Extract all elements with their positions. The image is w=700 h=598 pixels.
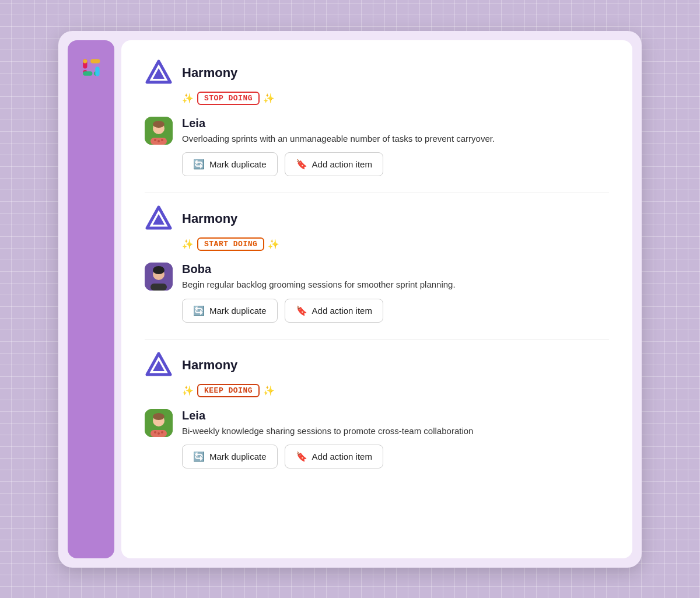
add-action-icon-start: 🔖: [296, 305, 307, 316]
user-content-boba: Boba Begin regular backlog grooming sess…: [182, 263, 609, 292]
tag-start-doing: START DOING: [197, 237, 264, 251]
divider-1: [145, 193, 609, 193]
harmony-logo-icon-start: [145, 205, 173, 233]
harmony-header-start: Harmony: [145, 205, 609, 233]
sparkle-right-stop: ✨: [263, 93, 275, 104]
mark-duplicate-label-start: Mark duplicate: [209, 306, 267, 316]
harmony-logo-icon-keep: [145, 351, 173, 379]
svg-point-12: [153, 121, 164, 128]
svg-rect-22: [150, 284, 167, 291]
harmony-header-keep: Harmony: [145, 351, 609, 379]
harmony-title-stop: Harmony: [182, 65, 237, 81]
avatar-leia-2: [145, 409, 173, 437]
add-action-button-stop[interactable]: 🔖 Add action item: [285, 152, 383, 176]
svg-point-16: [161, 139, 163, 141]
add-action-label-start: Add action item: [312, 306, 372, 316]
svg-rect-6: [90, 59, 100, 63]
user-row-leia-1: Leia Overloading sprints with an unmanag…: [145, 117, 609, 146]
sparkle-left-start: ✨: [182, 239, 194, 250]
mark-duplicate-button-keep[interactable]: 🔄 Mark duplicate: [182, 445, 278, 468]
user-text-boba: Begin regular backlog grooming sessions …: [182, 278, 609, 292]
mark-duplicate-icon-stop: 🔄: [193, 159, 205, 170]
svg-point-27: [153, 413, 164, 420]
user-name-leia-2: Leia: [182, 409, 609, 422]
action-buttons-keep: 🔄 Mark duplicate 🔖 Add action item: [182, 445, 609, 468]
sparkle-right-keep: ✨: [263, 385, 275, 396]
section-start-doing: Harmony ✨ START DOING ✨: [145, 205, 609, 323]
sidebar: [68, 40, 114, 558]
svg-point-31: [161, 431, 163, 433]
add-action-label-stop: Add action item: [312, 159, 372, 169]
svg-point-21: [153, 266, 164, 274]
outer-card: Harmony ✨ STOP DOING ✨: [58, 31, 642, 568]
harmony-logo-icon: [145, 59, 173, 87]
mark-duplicate-button-start[interactable]: 🔄 Mark duplicate: [182, 299, 278, 323]
mark-duplicate-label-keep: Mark duplicate: [209, 452, 267, 461]
divider-2: [145, 339, 609, 340]
svg-point-30: [158, 432, 160, 435]
avatar-boba: [145, 263, 173, 291]
mark-duplicate-label-stop: Mark duplicate: [209, 159, 267, 169]
user-content-leia-2: Leia Bi-weekly knowledge sharing session…: [182, 409, 609, 438]
sparkle-left-stop: ✨: [182, 93, 194, 104]
mark-duplicate-button-stop[interactable]: 🔄 Mark duplicate: [182, 152, 278, 176]
tag-row-stop: ✨ STOP DOING ✨: [182, 92, 609, 105]
harmony-header-stop: Harmony: [145, 59, 609, 87]
add-action-button-keep[interactable]: 🔖 Add action item: [285, 445, 383, 468]
svg-point-29: [154, 431, 156, 433]
sparkle-left-keep: ✨: [182, 385, 194, 396]
harmony-title-keep: Harmony: [182, 358, 237, 373]
user-text-leia-1: Overloading sprints with an unmanageable…: [182, 132, 609, 146]
section-stop-doing: Harmony ✨ STOP DOING ✨: [145, 59, 609, 177]
user-text-leia-2: Bi-weekly knowledge sharing sessions to …: [182, 425, 609, 438]
add-action-label-keep: Add action item: [312, 452, 372, 461]
tag-stop-doing: STOP DOING: [197, 92, 260, 105]
tag-row-start: ✨ START DOING ✨: [182, 237, 609, 251]
add-action-button-start[interactable]: 🔖 Add action item: [285, 299, 383, 323]
avatar-leia-1: [145, 117, 173, 145]
user-name-leia-1: Leia: [182, 117, 609, 130]
tag-row-keep: ✨ KEEP DOING ✨: [182, 384, 609, 397]
main-content: Harmony ✨ STOP DOING ✨: [121, 40, 632, 558]
user-content-leia-1: Leia Overloading sprints with an unmanag…: [182, 117, 609, 146]
svg-point-15: [158, 140, 160, 142]
svg-rect-4: [95, 67, 99, 76]
user-row-leia-2: Leia Bi-weekly knowledge sharing session…: [145, 409, 609, 438]
slack-logo-icon: [78, 54, 104, 80]
tag-keep-doing: KEEP DOING: [197, 384, 260, 397]
mark-duplicate-icon-keep: 🔄: [193, 451, 205, 462]
sparkle-right-start: ✨: [268, 239, 279, 250]
add-action-icon-stop: 🔖: [296, 159, 307, 170]
action-buttons-stop: 🔄 Mark duplicate 🔖 Add action item: [182, 152, 609, 176]
svg-rect-2: [83, 71, 92, 75]
action-buttons-start: 🔄 Mark duplicate 🔖 Add action item: [182, 299, 609, 323]
svg-rect-7: [83, 59, 87, 63]
svg-point-14: [154, 139, 156, 141]
mark-duplicate-icon-start: 🔄: [193, 305, 205, 316]
section-keep-doing: Harmony ✨ KEEP DOING ✨: [145, 351, 609, 469]
add-action-icon-keep: 🔖: [296, 451, 307, 462]
harmony-title-start: Harmony: [182, 211, 237, 226]
user-name-boba: Boba: [182, 263, 609, 276]
user-row-boba: Boba Begin regular backlog grooming sess…: [145, 263, 609, 292]
